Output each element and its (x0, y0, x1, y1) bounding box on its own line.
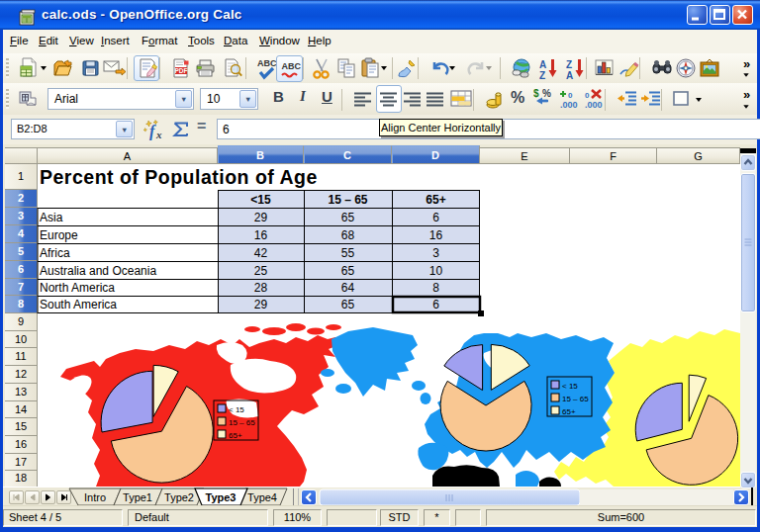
svg-text:Type3: Type3 (206, 491, 237, 503)
svg-text:65+: 65+ (562, 407, 576, 416)
svg-text:15 – 65: 15 – 65 (562, 395, 589, 403)
svg-text:Intro: Intro (84, 491, 106, 503)
svg-text:Type4: Type4 (247, 491, 277, 503)
svg-text:< 15: < 15 (562, 382, 578, 391)
svg-text:Type1: Type1 (123, 491, 152, 503)
svg-text:15 – 65: 15 – 65 (229, 418, 255, 427)
svg-text:65+: 65+ (229, 431, 242, 440)
svg-text:Type2: Type2 (164, 491, 194, 503)
svg-text:< 15: < 15 (229, 405, 244, 414)
